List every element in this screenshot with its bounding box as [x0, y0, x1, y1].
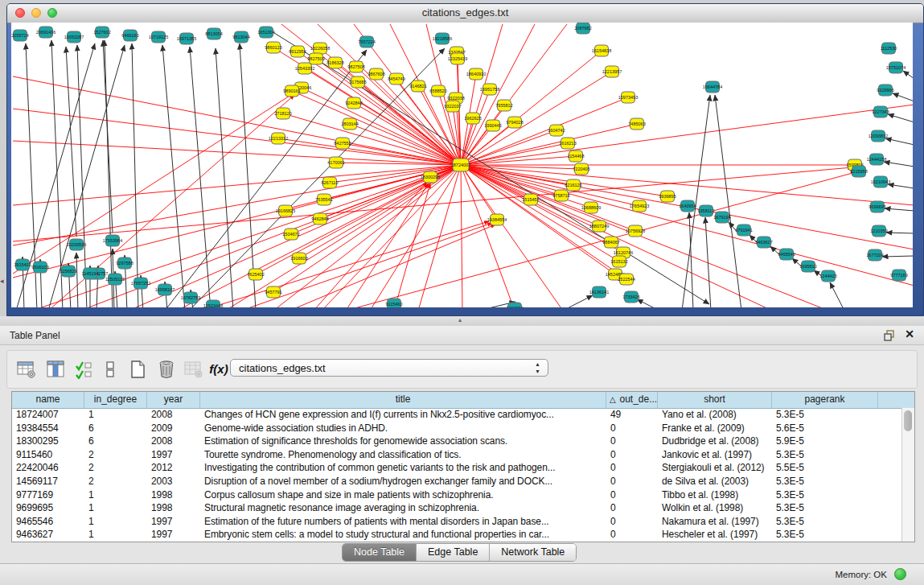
graph-node[interactable]: 9794028 [506, 117, 523, 128]
graph-node[interactable]: 9506103 [31, 262, 48, 273]
graph-node[interactable]: 16644784 [703, 81, 722, 93]
graph-node[interactable]: 9465546 [778, 249, 795, 260]
graph-node[interactable]: 20200536 [67, 239, 86, 250]
graph-node[interactable]: 10719125 [149, 31, 168, 43]
graph-node[interactable]: 2087682 [574, 23, 591, 34]
graph-node[interactable]: 9457791 [265, 286, 281, 298]
delete-table-icon[interactable] [155, 358, 178, 381]
graph-node[interactable]: 8454749 [388, 73, 405, 84]
divider-grip-icon[interactable]: ▴ [458, 316, 462, 323]
function-builder-icon[interactable]: f(x) [207, 358, 231, 381]
close-panel-icon[interactable]: ✕ [905, 328, 914, 340]
column-header-in_degree[interactable]: in_degree [84, 392, 147, 408]
graph-node[interactable]: 1990445 [484, 120, 501, 131]
graph-node[interactable]: 10756928 [626, 225, 645, 237]
graph-node[interactable]: 9890161 [283, 85, 300, 97]
graph-node[interactable]: 9827508 [347, 61, 364, 72]
graph-node[interactable]: 1616213 [559, 138, 576, 149]
graph-node[interactable]: 12213312 [269, 133, 288, 144]
graph-node[interactable]: 4170061 [327, 157, 344, 168]
tab-node-table[interactable]: Node Table [343, 544, 417, 561]
graph-node[interactable]: 1112530 [881, 43, 897, 54]
graph-node[interactable]: 10688609 [581, 202, 601, 213]
graph-node[interactable]: 9146821 [409, 80, 426, 92]
graph-node[interactable]: 7957224 [358, 36, 375, 47]
graph-node[interactable]: 12444158 [867, 154, 886, 165]
graph-node[interactable]: 9462848 [311, 213, 328, 225]
graph-node[interactable]: 9329966 [877, 84, 893, 96]
graph-node[interactable]: 7485063 [628, 118, 645, 130]
graph-node[interactable]: 1244415 [819, 270, 836, 282]
graph-node[interactable]: 16782759 [181, 292, 200, 303]
column-header-out_de[interactable]: △ out_de... [606, 392, 658, 408]
table-select-dropdown[interactable]: citations_edges.txt ▲▼ [230, 359, 548, 377]
citation-network-graph[interactable]: 2055724206914061005328715276026466160107… [11, 23, 913, 307]
graph-node[interactable]: 18807249 [589, 220, 609, 232]
graph-node[interactable]: 14136141 [589, 286, 609, 298]
graph-node[interactable]: 12213957 [602, 66, 622, 77]
graph-node[interactable]: 1604742 [548, 125, 565, 136]
graph-node[interactable]: 7955812 [495, 100, 512, 111]
table-header-row[interactable]: namein_degreeyeartitle△ out_de...shortpa… [12, 392, 914, 409]
graph-node[interactable]: 1677204 [866, 249, 883, 261]
column-header-pagerank[interactable]: pagerank [772, 392, 878, 408]
graph-node[interactable]: 9463627 [755, 237, 772, 248]
network-canvas[interactable]: 2055724206914061005328715276026466160107… [11, 23, 913, 307]
graph-node[interactable]: 18640910 [466, 68, 486, 80]
new-table-icon[interactable] [126, 358, 149, 381]
graph-node[interactable]: 19166825 [276, 205, 295, 216]
graph-node[interactable]: 1210359 [870, 225, 887, 237]
graph-node[interactable]: 9358112 [697, 205, 714, 216]
table-row[interactable]: 2242004622012Investigating the contribut… [12, 461, 901, 475]
graph-node[interactable]: 1504672 [282, 229, 299, 240]
graph-node[interactable]: 9813044 [232, 31, 249, 43]
graph-node[interactable]: 17654923 [630, 200, 649, 212]
table-row[interactable]: 1456911722003Disruption of a novel membe… [12, 475, 901, 488]
graph-node[interactable]: 7625402 [247, 269, 264, 280]
graph-node[interactable]: 1733426 [622, 291, 639, 303]
graph-node[interactable]: 16971355 [177, 33, 196, 44]
column-visibility-icon[interactable] [44, 358, 67, 381]
graph-node[interactable]: 2522544 [618, 274, 634, 285]
select-columns-icon[interactable] [73, 358, 96, 381]
graph-node[interactable]: 9939895 [659, 191, 676, 202]
memory-ok-indicator[interactable] [894, 568, 906, 580]
graph-node[interactable]: 10543392 [295, 63, 314, 74]
graph-node[interactable]: 1962625 [464, 113, 481, 124]
graph-node[interactable]: 2867608 [368, 68, 384, 80]
graph-node[interactable]: 9175685 [349, 76, 366, 88]
graph-node[interactable]: 2718120 [274, 108, 291, 119]
graph-node[interactable]: 8813054 [205, 28, 222, 39]
vertical-scrollbar[interactable] [901, 408, 914, 542]
graph-node[interactable]: 1527602 [93, 27, 110, 38]
table-row[interactable]: 1872400712008Changes of HCN gene express… [12, 408, 901, 422]
column-header-name[interactable]: name [12, 392, 84, 408]
graph-node[interactable]: 16958107 [155, 284, 175, 295]
graph-node[interactable]: 8427552 [334, 138, 351, 149]
graph-node[interactable]: 1916603 [290, 253, 307, 264]
graph-node[interactable]: 9758716 [552, 190, 569, 201]
graph-node[interactable]: 9242848 [345, 97, 362, 109]
graph-node[interactable]: 18300295 [421, 171, 440, 183]
panel-collapse-arrow[interactable]: ◂ [0, 277, 4, 285]
table-row[interactable]: 969969511998Structural magnetic resonanc… [12, 501, 901, 515]
column-header-title[interactable]: title [200, 392, 606, 408]
graph-node[interactable]: 10053287 [64, 31, 84, 43]
graph-node[interactable]: 12093832 [869, 130, 888, 142]
rows-icon[interactable] [99, 358, 121, 381]
graph-node[interactable]: 19218586 [433, 33, 452, 44]
graph-node[interactable]: 15751074 [886, 62, 906, 73]
table-row[interactable]: 946362711997Embryonic stem cells: a mode… [12, 528, 901, 542]
graph-node[interactable]: 1154468 [567, 150, 584, 162]
graph-node[interactable]: 8267110 [321, 177, 338, 188]
graph-node[interactable]: 9827509 [307, 53, 324, 64]
graph-node[interactable]: 9297588 [116, 257, 133, 269]
float-panel-icon[interactable] [884, 330, 895, 341]
graph-node[interactable]: 6588520 [429, 85, 446, 97]
column-header-year[interactable]: year [147, 392, 200, 408]
graph-node[interactable]: 8186328 [326, 57, 343, 68]
graph-node[interactable]: 9115460 [385, 299, 402, 307]
graph-node[interactable]: 1651304 [257, 27, 274, 38]
graph-node[interactable]: 16154838 [592, 45, 611, 56]
column-header-short[interactable]: short [658, 392, 772, 408]
